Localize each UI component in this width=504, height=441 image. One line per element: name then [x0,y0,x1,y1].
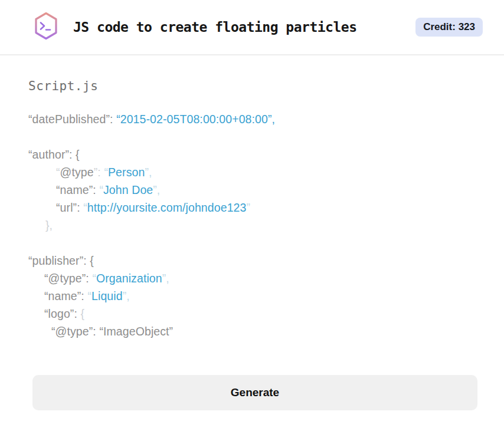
code-line: “author”: { [28,146,476,163]
code-token: “ [104,166,108,179]
header: JS code to create floating particles Cre… [0,0,504,55]
code-token: John Doe [103,183,153,196]
code-line: “datePublished”: “2015-02-05T08:00:00+08… [28,110,476,128]
code-token: “logo”: [44,307,81,320]
code-token: ”, [123,289,130,302]
code-token: “publisher”: { [28,254,94,267]
code-blank-line [28,128,476,146]
code-token: “@type”: [44,272,92,285]
main-content: Script.js “datePublished”: “2015-02-05T0… [0,79,504,340]
code-token: { [81,307,85,320]
code-token: Organization [96,272,162,285]
code-line: “name”: “Liquid”, [28,287,476,305]
code-token: ”, [153,183,160,196]
code-token: @type [60,166,94,179]
code-token: “author”: { [28,148,80,161]
script-filename: Script.js [28,79,476,93]
code-token: “ [99,183,103,196]
code-token: “2015-02-05T08:00:00+08:00”, [116,113,275,126]
code-token: “datePublished”: [28,113,116,126]
credit-badge: Credit: 323 [415,18,483,37]
code-line: “@type”: “ImageObject” [28,322,476,340]
code-line: “@type”: “Organization”, [28,269,476,287]
code-token: “name”: [56,183,99,196]
code-token: “ [87,289,91,302]
code-token: “ [83,201,87,214]
code-token: Person [108,166,145,179]
code-token: “ [92,272,96,285]
code-token: ”, [162,272,169,285]
code-line: “logo”: { [28,305,476,322]
code-block: “datePublished”: “2015-02-05T08:00:00+08… [28,110,476,340]
code-token: “name”: [44,289,87,302]
code-line: “name”: “John Doe”, [28,181,476,199]
code-line: }, [28,216,476,234]
code-token: ”: [94,166,104,179]
code-token: “ [56,166,60,179]
code-line: “publisher”: { [28,252,476,269]
generate-button[interactable]: Generate [32,375,477,410]
code-token: http://yoursite.com/johndoe123 [87,201,247,214]
code-blank-line [28,234,476,252]
code-line: “@type”: “Person”, [28,163,476,181]
code-token: ” [246,201,250,214]
code-token: ”, [145,166,152,179]
footer: Generate [0,375,504,410]
code-line: “url”: “http://yoursite.com/johndoe123” [28,199,476,216]
terminal-hexagon-icon [32,11,60,44]
code-token: }, [45,219,53,232]
code-token: “url”: [56,201,83,214]
code-token: “@type”: “ImageObject” [51,325,173,338]
page-title: JS code to create floating particles [73,19,357,35]
code-token: Liquid [91,289,123,302]
